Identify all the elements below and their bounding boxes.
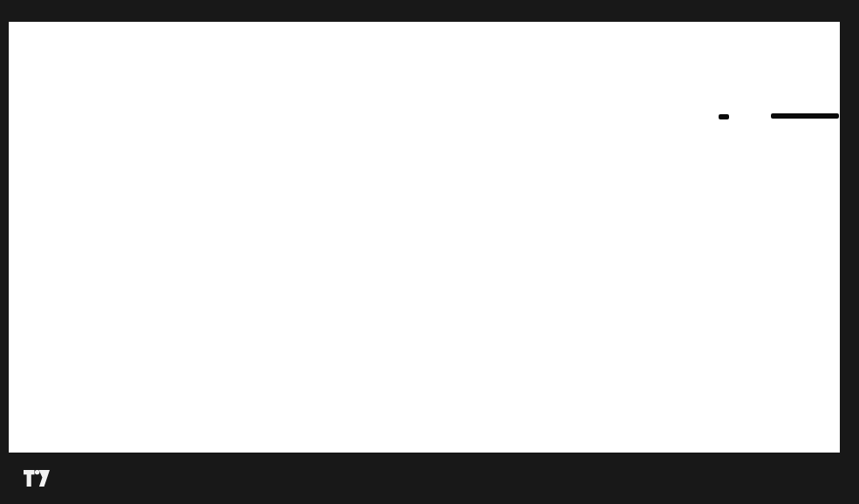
sma50-legend-row[interactable] [12, 44, 18, 56]
rsi-legend-row[interactable] [12, 298, 18, 310]
macd-legend-row[interactable] [12, 344, 31, 357]
symbol-legend-row[interactable] [12, 27, 72, 39]
sma200-legend-row[interactable] [12, 60, 18, 72]
cmf-legend-row[interactable] [12, 387, 18, 399]
tradingview-logo-icon[interactable] [24, 470, 50, 487]
last-price-box [771, 113, 839, 119]
footer-bar [0, 453, 859, 504]
symbol-chip [719, 114, 729, 119]
chart-canvas[interactable] [0, 0, 859, 504]
